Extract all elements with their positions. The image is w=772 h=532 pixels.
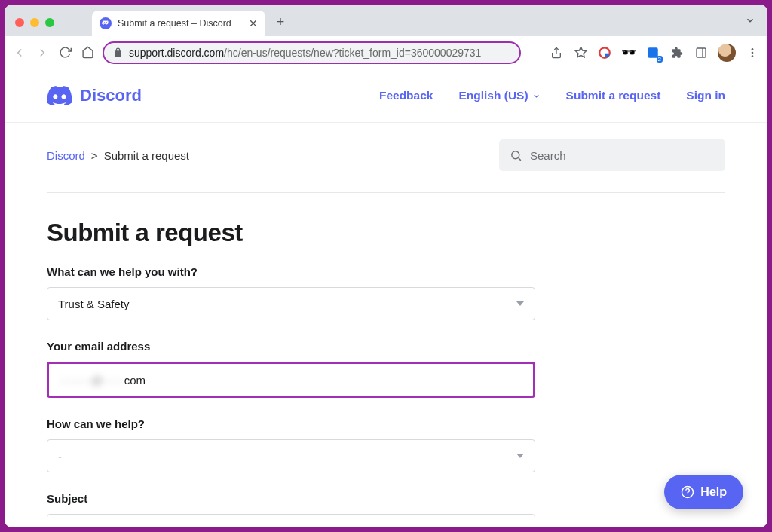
how-help-value: - (58, 450, 62, 463)
url-text: support.discord.com/hc/en-us/requests/ne… (129, 47, 481, 59)
page-viewport[interactable]: Discord Feedback English (US) Submit a r… (5, 69, 767, 527)
email-suffix: com (124, 374, 146, 387)
svg-marker-1 (575, 47, 586, 57)
extension-icon-2[interactable]: 🕶️ (621, 45, 636, 60)
field-how-help: How can we help? - (47, 417, 535, 472)
close-tab-icon[interactable]: ✕ (249, 17, 258, 29)
browser-window: Submit a request – Discord ✕ + support.d… (5, 5, 767, 527)
breadcrumb: Discord > Submit a request (47, 149, 189, 162)
browser-tab[interactable]: Submit a request – Discord ✕ (92, 11, 265, 36)
discord-favicon (100, 17, 112, 29)
search-input[interactable]: Search (499, 139, 725, 171)
lock-icon (113, 47, 123, 57)
page-title: Submit a request (5, 193, 767, 261)
forward-button[interactable] (35, 46, 50, 60)
close-window-button[interactable] (15, 18, 24, 27)
email-blurred: ·········@·····. (60, 374, 124, 387)
svg-point-9 (752, 55, 754, 57)
field-help-topic: What can we help you with? Trust & Safet… (47, 265, 535, 320)
discord-logo-icon (47, 86, 72, 105)
svg-rect-3 (605, 53, 609, 57)
svg-point-7 (752, 48, 754, 50)
email-label: Your email address (47, 340, 535, 353)
reload-button[interactable] (57, 46, 72, 59)
side-panel-icon[interactable] (694, 45, 709, 60)
field-email: Your email address ·········@·····.com (47, 340, 535, 398)
help-widget-button[interactable]: Help (664, 475, 743, 509)
top-nav: Feedback English (US) Submit a request S… (379, 89, 725, 102)
svg-point-8 (752, 51, 754, 54)
how-help-label: How can we help? (47, 417, 535, 430)
breadcrumb-current: Submit a request (104, 149, 189, 162)
nav-language[interactable]: English (US) (458, 89, 540, 102)
help-icon (681, 485, 694, 499)
field-subject: Subject (47, 492, 535, 527)
url-bar[interactable]: support.discord.com/hc/en-us/requests/ne… (103, 41, 521, 64)
chevron-down-icon (532, 92, 541, 100)
profile-avatar[interactable] (718, 44, 736, 62)
tabs-menu-icon[interactable] (745, 15, 755, 29)
window-controls (15, 18, 54, 27)
email-input[interactable]: ·········@·····.com (47, 362, 535, 398)
brand-logo[interactable]: Discord (47, 86, 142, 105)
svg-rect-5 (697, 48, 706, 57)
toolbar-icons: 🕶️ 2 (549, 44, 760, 62)
help-topic-value: Trust & Safety (58, 298, 129, 310)
new-tab-button[interactable]: + (270, 14, 291, 30)
subject-label: Subject (47, 492, 535, 505)
extension-icon-3[interactable]: 2 (645, 45, 660, 60)
nav-signin[interactable]: Sign in (686, 89, 725, 102)
nav-language-label: English (US) (458, 89, 528, 102)
nav-submit-request[interactable]: Submit a request (566, 89, 661, 102)
tab-title: Submit a request – Discord (118, 18, 231, 29)
address-bar-row: support.discord.com/hc/en-us/requests/ne… (5, 36, 767, 69)
breadcrumb-sep: > (91, 149, 98, 162)
maximize-window-button[interactable] (45, 18, 54, 27)
site-header: Discord Feedback English (US) Submit a r… (5, 69, 767, 123)
svg-point-10 (512, 151, 519, 158)
how-help-select[interactable]: - (47, 439, 535, 472)
help-topic-select[interactable]: Trust & Safety (47, 287, 535, 320)
browser-menu-icon[interactable] (745, 45, 760, 60)
back-button[interactable] (12, 46, 27, 60)
bookmark-icon[interactable] (573, 45, 588, 60)
share-icon[interactable] (549, 45, 564, 60)
nav-feedback[interactable]: Feedback (379, 89, 433, 102)
search-placeholder: Search (530, 149, 566, 162)
breadcrumb-home[interactable]: Discord (47, 149, 85, 162)
help-topic-label: What can we help you with? (47, 265, 535, 278)
subject-input[interactable] (47, 514, 535, 527)
extension-icon-1[interactable] (597, 45, 612, 60)
breadcrumb-row: Discord > Submit a request Search (5, 123, 767, 188)
tab-strip: Submit a request – Discord ✕ + (5, 5, 767, 36)
svg-line-11 (519, 157, 521, 160)
minimize-window-button[interactable] (30, 18, 39, 27)
home-button[interactable] (80, 46, 95, 59)
brand-text: Discord (80, 86, 142, 105)
request-form: What can we help you with? Trust & Safet… (5, 261, 577, 527)
search-icon (510, 149, 522, 162)
extensions-menu-icon[interactable] (669, 45, 685, 60)
help-widget-label: Help (700, 485, 727, 499)
